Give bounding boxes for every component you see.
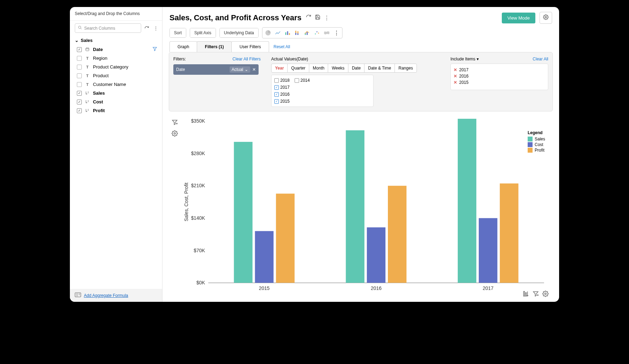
sidebar-item[interactable]: Sales [75,89,157,97]
svg-text:2016: 2016 [371,285,382,291]
search-input[interactable]: Search Columns [75,23,141,33]
sidebar-group-toggle[interactable]: ⌄ Sales [75,36,157,45]
remove-icon[interactable]: ✕ [454,80,457,85]
formula-icon [75,292,81,298]
sidebar-item[interactable]: TProduct Category [75,63,157,71]
included-label: 2017 [459,67,469,72]
text-type-icon: T [85,74,90,78]
svg-marker-50 [533,292,538,296]
sidebar-item[interactable]: Date [75,45,157,54]
search-icon [78,26,82,31]
more-vertical-icon[interactable]: ⋮ [324,15,330,21]
pie-chart-icon[interactable] [264,29,272,37]
chip-remove-icon[interactable]: ✕ [252,67,256,72]
add-aggregate-formula-link[interactable]: Add Aggregate Formula [84,293,128,298]
clear-all-filters-link[interactable]: Clear All Filters [232,57,261,61]
sidebar-item[interactable]: Profit [75,106,157,115]
av-tab[interactable]: Date [348,64,364,72]
sidebar-item[interactable]: TProduct [75,71,157,80]
bar[interactable] [367,227,385,283]
sidebar-item-label: Customer Name [93,82,126,87]
bar[interactable] [458,119,476,283]
svg-point-8 [86,94,87,94]
sort-columns-icon[interactable] [523,291,529,298]
svg-marker-33 [172,120,177,125]
sidebar-item[interactable]: TCustomer Name [75,80,157,89]
checkbox-icon[interactable] [77,73,82,78]
filter-add-icon[interactable] [172,119,178,127]
sidebar-item[interactable]: Cost [75,97,157,106]
checkbox-icon[interactable] [77,91,82,96]
bar[interactable] [255,231,274,283]
bar-chart-icon[interactable] [283,29,292,37]
combo-chart-icon[interactable] [303,29,311,37]
svg-rect-22 [287,31,288,35]
bar[interactable] [346,130,364,283]
chevron-down-icon: ▾ [477,57,479,61]
clear-all-included-link[interactable]: Clear All [533,57,548,61]
tab-filters[interactable]: Filters (1) [197,41,232,52]
bar[interactable] [276,194,295,283]
legend-item[interactable]: Profit [528,148,545,153]
checkbox-icon[interactable] [77,82,82,87]
chevron-down-icon: ⌄ [75,38,79,43]
more-vertical-icon[interactable]: ⋮ [332,29,341,37]
refresh-icon[interactable] [306,14,311,21]
calendar-icon [85,47,90,52]
sidebar-item[interactable]: TRegion [75,54,157,63]
settings-button[interactable] [540,12,552,24]
checkbox-icon[interactable] [77,56,82,61]
tab-graph[interactable]: Graph [169,41,197,52]
gear-icon[interactable] [172,130,178,138]
save-icon[interactable] [315,14,320,21]
chip-mode-dropdown[interactable]: Actual ⌄ [230,66,250,73]
checkbox-icon[interactable] [77,47,82,52]
view-mode-button[interactable]: View Mode [502,13,535,23]
year-checkbox[interactable]: 2017 [274,85,290,90]
underlying-data-button[interactable]: Underlying Data [220,28,258,37]
reset-all-link[interactable]: Reset All [274,44,290,49]
filter-icon[interactable] [152,46,157,52]
bar[interactable] [479,218,497,283]
filter-chip-date[interactable]: Date Actual ⌄ ✕ [173,64,259,75]
av-tab[interactable]: Date & Time [364,64,395,72]
filter-panel: Filters: Clear All Filters Date Actual ⌄… [169,52,553,111]
bar[interactable] [234,142,252,283]
included-item: ✕2016 [454,73,545,79]
year-label: 2017 [280,85,290,90]
av-tab[interactable]: Ranges [395,64,416,72]
checkbox-icon[interactable] [77,100,82,104]
av-tab[interactable]: Year [272,64,288,72]
split-axis-button[interactable]: Split Axis [190,28,216,37]
legend-item[interactable]: Sales [528,137,545,141]
av-tab[interactable]: Quarter [288,64,309,72]
year-checkbox[interactable]: 2018 [274,78,290,83]
legend-item[interactable]: Cost [528,142,545,147]
filter-add-icon[interactable] [533,291,539,298]
checkbox-icon[interactable] [77,108,82,113]
app-window: Select/Drag and Drop the Columns Search … [70,7,559,302]
year-checkbox[interactable]: 2016 [274,92,290,97]
stacked-bar-icon[interactable] [293,29,302,37]
more-vertical-icon[interactable]: ⋮ [152,25,159,32]
sidebar-item-label: Sales [93,90,105,96]
tab-row: Graph Filters (1) User Filters Reset All [162,41,559,52]
checkbox-icon[interactable] [77,65,82,70]
scatter-chart-icon[interactable] [313,29,321,37]
bar[interactable] [388,186,406,283]
year-checkbox[interactable]: 2015 [274,99,290,104]
line-chart-icon[interactable] [274,29,282,37]
refresh-icon[interactable] [143,25,150,32]
remove-icon[interactable]: ✕ [454,74,457,79]
gear-icon[interactable] [542,291,549,298]
tab-user-filters[interactable]: User Filters [231,41,269,52]
remove-icon[interactable]: ✕ [454,67,457,72]
map-chart-icon[interactable] [323,29,331,37]
filters-label: Filters: [173,57,186,61]
bar[interactable] [500,183,518,283]
sort-button[interactable]: Sort [170,28,186,37]
av-tab[interactable]: Month [309,64,328,72]
include-items-dropdown[interactable]: Include Items ▾ [450,57,479,61]
av-tab[interactable]: Weeks [328,64,348,72]
year-checkbox[interactable]: 2014 [295,78,310,83]
